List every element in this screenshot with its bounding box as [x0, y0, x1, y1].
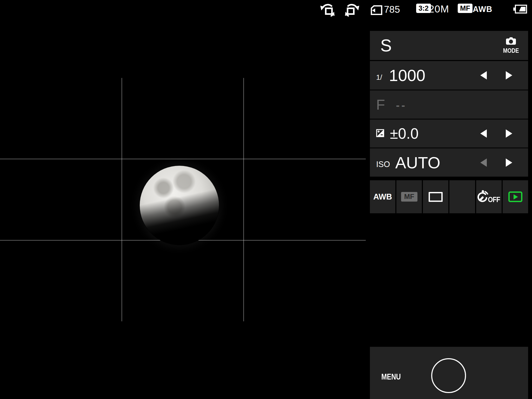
aperture-row: F -- — [370, 90, 528, 119]
iso-row: ISO AUTO — [370, 148, 528, 177]
white-balance-button[interactable]: AWB — [370, 180, 395, 213]
metering-area-button[interactable] — [423, 180, 448, 213]
playback-icon — [508, 191, 522, 202]
exposure-compensation-value: ±0.0 — [390, 125, 419, 142]
shutter-speed-row: 1/ 1000 — [370, 61, 528, 90]
shutter-speed-value: 1000 — [389, 66, 425, 85]
memory-card-icon — [370, 5, 383, 16]
mode-button-label: MODE — [503, 47, 519, 54]
shutter-release-button[interactable] — [431, 358, 466, 393]
empty-slot — [449, 180, 475, 213]
ev-decrease-arrow[interactable] — [480, 129, 487, 138]
focus-mode-button[interactable]: MF — [396, 180, 422, 213]
resolution-label: 20M — [429, 3, 449, 15]
focus-mode-value: MF — [401, 192, 417, 202]
rotate-ccw-button[interactable] — [320, 3, 337, 18]
grid-line-vertical-left — [122, 78, 122, 321]
grid-line-vertical-right — [243, 78, 244, 321]
grid-line-horizontal-top — [0, 159, 366, 159]
rotate-ccw-icon — [320, 3, 337, 18]
rotate-cw-icon — [343, 3, 360, 18]
menu-button[interactable]: MENU — [381, 372, 401, 382]
mode-button[interactable]: MODE — [502, 37, 520, 54]
camera-icon — [506, 37, 516, 46]
iso-decrease-arrow[interactable] — [480, 158, 487, 167]
self-timer-value: OFF — [488, 195, 500, 204]
shutter-decrease-arrow[interactable] — [480, 71, 487, 79]
bottom-bar: MENU — [370, 347, 528, 399]
white-balance-value: AWB — [373, 192, 392, 202]
moon-subject — [140, 166, 219, 245]
aperture-value: -- — [396, 99, 407, 112]
exposure-compensation-icon — [376, 129, 384, 138]
iso-increase-arrow[interactable] — [506, 158, 512, 167]
exposure-compensation-row: ±0.0 — [370, 119, 528, 148]
shoot-mode-value: S — [380, 36, 392, 55]
ev-increase-arrow[interactable] — [506, 129, 512, 138]
camera-remote-app: 785 3:2 20M MF AWB S MODE 1/ 1000 — [0, 0, 532, 399]
shoot-mode-row: S MODE — [370, 31, 528, 60]
aperture-prefix: F — [376, 96, 385, 113]
white-balance-label: AWB — [473, 5, 492, 14]
status-bar: 785 3:2 20M MF AWB — [0, 0, 532, 20]
metering-area-icon — [429, 192, 443, 202]
self-timer-button[interactable]: OFF — [476, 180, 502, 213]
shutter-increase-arrow[interactable] — [506, 71, 512, 79]
shots-remaining: 785 — [384, 4, 400, 15]
focus-mode-badge: MF — [458, 4, 473, 13]
battery-icon — [513, 4, 527, 14]
shutter-speed-prefix: 1/ — [376, 73, 382, 82]
iso-label: ISO — [376, 160, 390, 169]
quick-settings-bar: AWB MF OFF — [370, 180, 528, 213]
playback-button[interactable] — [503, 180, 528, 213]
iso-value: AUTO — [395, 153, 440, 172]
rotate-cw-button[interactable] — [343, 3, 360, 18]
